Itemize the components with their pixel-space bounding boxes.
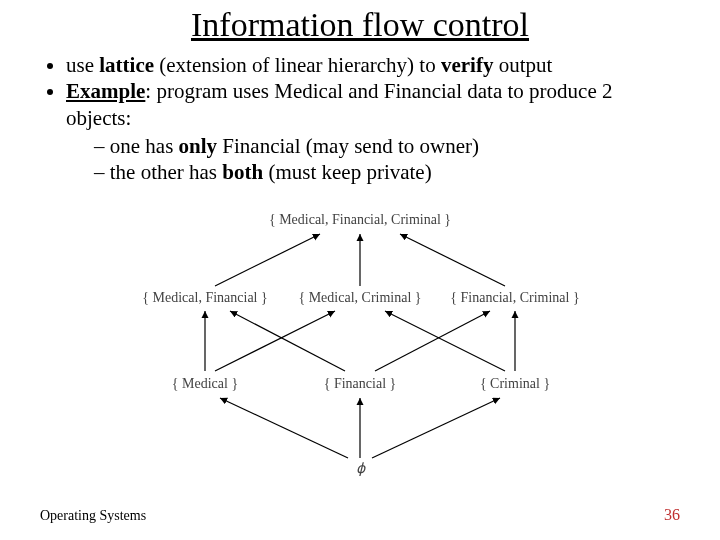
lattice-node-low-right: { Criminal } xyxy=(465,376,565,392)
lattice-arrows xyxy=(120,208,600,498)
bullet-2-text: : program uses Medical and Financial dat… xyxy=(66,79,612,129)
lattice-node-low-left: { Medical } xyxy=(155,376,255,392)
bullet-2a-text-b: Financial (may send to owner) xyxy=(217,134,479,158)
bullet-list: use lattice (extension of linear hierarc… xyxy=(38,52,682,185)
bullet-1-text-c: output xyxy=(493,53,552,77)
lattice-node-bottom: ϕ xyxy=(345,460,375,477)
bullet-2-bold-example: Example xyxy=(66,79,145,103)
svg-line-7 xyxy=(385,311,505,371)
svg-line-11 xyxy=(372,398,500,458)
slide: Information flow control use lattice (ex… xyxy=(0,0,720,540)
bullet-1-text-b: (extension of linear hierarchy) to xyxy=(154,53,441,77)
svg-line-0 xyxy=(215,234,320,286)
bullet-2b: the other has both (must keep private) xyxy=(94,159,682,185)
bullet-2a-bold-only: only xyxy=(179,134,218,158)
svg-line-5 xyxy=(230,311,345,371)
bullet-1: use lattice (extension of linear hierarc… xyxy=(66,52,682,78)
bullet-2: Example: program uses Medical and Financ… xyxy=(66,78,682,185)
svg-line-6 xyxy=(375,311,490,371)
slide-title: Information flow control xyxy=(0,0,720,44)
bullet-2a: one has only Financial (may send to owne… xyxy=(94,133,682,159)
svg-line-4 xyxy=(215,311,335,371)
bullet-2a-text-a: one has xyxy=(110,134,179,158)
lattice-diagram: { Medical, Financial, Criminal } { Medic… xyxy=(120,208,600,498)
svg-line-2 xyxy=(400,234,505,286)
bullet-2b-text-b: (must keep private) xyxy=(263,160,432,184)
lattice-node-top: { Medical, Financial, Criminal } xyxy=(260,212,460,228)
lattice-node-mid-center: { Medical, Criminal } xyxy=(285,290,435,306)
footer-left: Operating Systems xyxy=(40,508,146,524)
bullet-1-text-a: use xyxy=(66,53,99,77)
lattice-node-low-center: { Financial } xyxy=(310,376,410,392)
svg-line-9 xyxy=(220,398,348,458)
bullet-2b-text-a: the other has xyxy=(110,160,223,184)
lattice-node-mid-left: { Medical, Financial } xyxy=(130,290,280,306)
lattice-node-mid-right: { Financial, Criminal } xyxy=(440,290,590,306)
bullet-1-bold-lattice: lattice xyxy=(99,53,154,77)
footer-page-number: 36 xyxy=(664,506,680,524)
bullet-1-bold-verify: verify xyxy=(441,53,493,77)
bullet-2b-bold-both: both xyxy=(222,160,263,184)
